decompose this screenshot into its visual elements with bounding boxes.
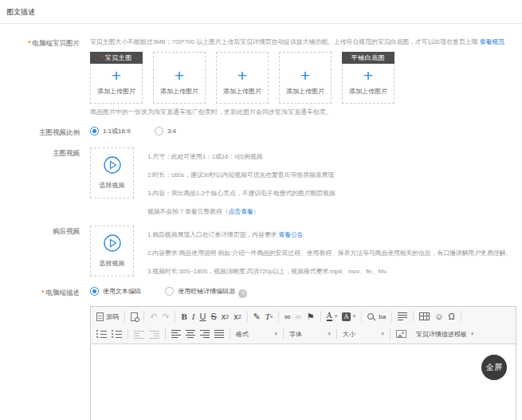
replace-icon: ba (379, 313, 386, 320)
main-video-tip-1: 1.尺寸：此处可使用1：1或16：9比例视频 (147, 147, 336, 166)
help-icon[interactable]: ? (238, 289, 247, 298)
radio-selected-icon (90, 127, 99, 135)
row-video-ratio: 主图视频比例 1:1或16:9 3:4 (0, 127, 522, 138)
italic-button[interactable]: I (190, 309, 198, 324)
mode-option-text-editor[interactable]: 使用文本编辑 (90, 287, 141, 296)
indent-button[interactable] (147, 327, 162, 341)
upload-image-box-4[interactable]: + 添加上传图片 (279, 52, 332, 104)
toolbar-separator (320, 311, 321, 322)
source-code-button[interactable]: 源码 (94, 309, 121, 324)
underline-button[interactable]: U (197, 309, 208, 324)
product-images-label: *电脑端宝贝图片 (0, 37, 80, 117)
superscript-sup: 2 (238, 314, 241, 320)
view-announcement-link[interactable]: 查看公告 (278, 231, 303, 238)
caret-down-icon: ▾ (274, 331, 277, 337)
align-left-button[interactable] (169, 327, 183, 341)
upload-image-box-3[interactable]: + 添加上传图片 (216, 52, 269, 104)
detail-template-button[interactable]: 宝贝详情描述模板▾ (409, 327, 477, 341)
subscript-button[interactable]: x2 (219, 309, 231, 324)
insert-emoji-button[interactable]: ☺ (432, 309, 445, 324)
toolbar-separator (128, 328, 128, 340)
insert-image-button[interactable] (394, 327, 409, 341)
font-family-select[interactable]: 字体 ▾ (287, 327, 333, 341)
search-icon (367, 313, 374, 320)
upload-image-box-2[interactable]: + 添加上传图片 (153, 52, 206, 104)
special-char-button[interactable]: Ω (445, 309, 457, 324)
text-color-button[interactable]: A▾ (324, 309, 340, 324)
row-description: *电脑端描述 使用文本编辑 使用旺铺详情编辑器 ? (0, 287, 522, 420)
remove-format-button[interactable]: Tx (263, 309, 275, 324)
main-video-tips: 1.尺寸：此处可使用1：1或16：9比例视频 2.时长：≤60s，建议30秒以内… (147, 147, 336, 221)
align-right-icon (200, 329, 210, 339)
row-product-images: *电脑端宝贝图片 宝贝主图大小不能超过3MB；700*700 以上图片上传后宝贝… (0, 37, 522, 117)
mode-option-wangpu-editor[interactable]: 使用旺铺详情编辑器 (165, 287, 235, 296)
upload-label: 添加上传图片 (91, 87, 142, 96)
product-images-label-text: 电脑端宝贝图片 (33, 39, 80, 47)
post-purchase-video-select-box[interactable]: 选择视频 (90, 226, 134, 277)
align-right-button[interactable] (198, 327, 212, 341)
section-title: 图文描述 (6, 8, 35, 16)
toolbar-row-2: 格式 ▾ 字体 ▾ 大小 ▾ (94, 325, 512, 343)
upload-image-box-main[interactable]: *宝贝主图 + 添加上传图片 (90, 52, 143, 104)
align-center-button[interactable] (183, 327, 198, 341)
required-asterisk: * (28, 39, 30, 47)
toolbar-separator (165, 328, 166, 340)
page: 图文描述 *电脑端宝贝图片 宝贝主图大小不能超过3MB；700*700 以上图片… (0, 0, 522, 420)
insert-table-button[interactable] (417, 309, 432, 324)
anchor-button[interactable]: ⚑ (304, 309, 317, 324)
ratio-option-1-label: 1:1或16:9 (103, 127, 131, 135)
upload-image-box-whitebg[interactable]: 平铺白底图 + 添加上传图片 (342, 52, 394, 104)
strikethrough-button[interactable]: S (208, 309, 218, 324)
toolbar-separator (390, 328, 391, 340)
description-label: *电脑端描述 (0, 287, 80, 420)
insert-link-button[interactable]: ∞ (282, 309, 293, 324)
background-color-button[interactable]: A▾ (339, 309, 358, 324)
link-icon: ∞ (285, 312, 291, 321)
plus-icon: + (217, 69, 268, 82)
ratio-option-1-1-or-16-9[interactable]: 1:1或16:9 (90, 127, 131, 135)
omega-icon: Ω (448, 312, 454, 321)
paragraph-format-button[interactable] (395, 309, 410, 324)
anchor-flag-icon: ⚑ (307, 312, 315, 322)
table-icon (419, 312, 430, 320)
superscript-button[interactable]: x2 (231, 309, 243, 324)
select-video-label: 选择视频 (91, 259, 133, 268)
toolbar-row-1: 源码 ↶ ↷ B I U S x2 (94, 308, 512, 325)
click-view-tutorial-link[interactable]: 点击查看 (228, 208, 253, 215)
size-select-label: 大小 (343, 330, 355, 339)
bold-button[interactable]: B (179, 309, 189, 324)
post-purchase-tip-2: 2.内容要求:商品使用说明 例如:介绍一件商品的安装过程、使用教程、保养方法等与… (147, 244, 512, 262)
editor-content-area[interactable]: 全屏 (91, 344, 516, 420)
ordered-list-button[interactable] (94, 327, 109, 341)
redo-button[interactable]: ↷ (159, 309, 171, 324)
align-justify-button[interactable] (212, 327, 226, 341)
align-center-icon (186, 329, 195, 339)
paragraph-format-select[interactable]: 格式 ▾ (234, 327, 280, 341)
unordered-list-button[interactable] (109, 327, 124, 341)
ratio-option-3-4[interactable]: 3:4 (155, 127, 176, 135)
view-spec-link[interactable]: 查看规范 (480, 38, 504, 45)
outdent-button[interactable] (131, 327, 147, 341)
main-video-select-box[interactable]: 选择视频 (90, 147, 134, 198)
format-painter-button[interactable]: ✎ (251, 309, 263, 324)
font-size-select[interactable]: 大小 ▾ (340, 327, 387, 341)
editor-toolbar: 源码 ↶ ↷ B I U S x2 (91, 307, 516, 344)
upload-label: 添加上传图片 (154, 87, 205, 96)
find-button[interactable] (365, 309, 376, 324)
fullscreen-button[interactable]: 全屏 (481, 355, 507, 380)
font-select-label: 字体 (289, 330, 302, 339)
undo-button[interactable]: ↶ (147, 309, 159, 324)
plus-icon: + (154, 69, 205, 82)
preview-button[interactable] (128, 309, 140, 324)
caret-down-icon: ▾ (381, 331, 384, 337)
replace-button[interactable]: ba (376, 309, 388, 324)
section-header: 图文描述 (0, 0, 522, 24)
toolbar-separator (143, 311, 144, 322)
remove-link-button[interactable]: ∞ (293, 309, 304, 324)
redo-icon: ↷ (162, 312, 169, 322)
radio-unselected-icon (155, 127, 163, 135)
toolbar-separator (391, 311, 392, 322)
toolbar-separator (230, 328, 230, 340)
caret-down-icon: ▾ (353, 313, 356, 320)
caret-down-icon: ▾ (335, 313, 338, 320)
